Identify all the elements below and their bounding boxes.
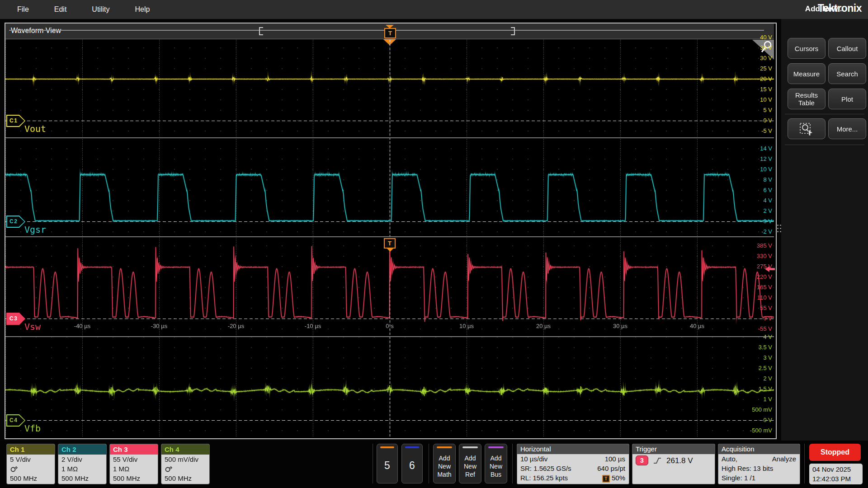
horizontal-record-length: RL: 156.25 kpts [520,473,568,483]
ch4-settings-badge[interactable]: Ch 4 500 mV/div 500 MHz [161,444,210,484]
callout-button[interactable]: Callout [828,38,866,59]
record-view-left-bracket[interactable] [259,27,263,35]
ch6-button[interactable]: 6 [401,444,423,483]
rising-edge-icon [653,457,662,464]
ch2-bandwidth: 500 MHz [58,474,106,483]
ch1-scale: 5 V/div [7,455,55,464]
ch3-impedance: 1 MΩ [110,464,158,474]
slice-divider [5,336,774,337]
search-button[interactable]: Search [828,63,866,84]
trigger-source-badge: 3 [636,455,648,465]
add-new-math-button[interactable]: Add New Math [433,444,456,483]
ref-stripe [462,446,478,448]
horizontal-panel[interactable]: Horizontal 10 µs/div 100 µs SR: 1.5625 G… [517,444,629,484]
waveform-view-title: Waveform View [11,27,61,35]
ch1-settings-badge[interactable]: Ch 1 5 V/div 500 MHz [6,444,55,484]
divider [429,444,429,483]
run-stop-indicator[interactable]: Stopped [809,444,861,461]
ch6-label: 6 [402,460,422,472]
add-new-bus-label: Add New Bus [485,454,507,479]
ch4-header: Ch 4 [161,444,209,455]
ch3-settings-badge[interactable]: Ch 3 55 V/div 1 MΩ 500 MHz [109,444,158,484]
trigger-source-flag-tail [387,249,393,252]
acquisition-mode: Auto, [722,454,737,464]
magnifier-icon [760,41,773,54]
divider [804,444,805,483]
record-view-right-bracket[interactable] [511,27,515,35]
acquisition-title: Acquisition [718,444,800,454]
ch1-coupling [7,464,55,474]
slice-divider [5,137,774,138]
ch2-impedance: 1 MΩ [58,464,106,474]
menu-edit[interactable]: Edit [54,5,67,14]
trigger-position-icon: T [602,475,610,483]
ch3-bandwidth: 500 MHz [110,474,158,483]
channel-name-c1: Vout [24,123,46,134]
trigger-panel[interactable]: Trigger 3 261.8 V [632,444,715,484]
ch6-stripe [405,446,419,448]
zoom-select-icon [799,122,814,136]
ch4-coupling [161,464,209,474]
horizontal-position: 50% [612,474,625,482]
results-table-button[interactable]: Results Table [788,89,826,109]
panel-divider [785,114,864,114]
trigger-level: 261.8 V [666,456,693,465]
trigger-title: Trigger [632,444,715,454]
ch1-bandwidth: 500 MHz [7,474,55,483]
menu-file[interactable]: File [17,5,29,14]
divider [512,444,513,483]
horizontal-title: Horizontal [517,444,629,454]
acquisition-resolution: High Res: 13 bits [722,464,773,473]
bus-stripe [488,446,504,448]
time-tick: 20 µs [523,323,564,329]
ch5-stripe [380,446,394,448]
zoom-select-button[interactable] [788,118,826,139]
trigger-position-flag[interactable]: T [384,28,396,38]
time-tick: -10 µs [292,323,333,329]
plot-button[interactable]: Plot [828,89,866,109]
time-tick: -40 µs [62,323,103,329]
measure-button[interactable]: Measure [788,63,826,84]
ch5-label: 5 [377,460,397,472]
ch5-button[interactable]: 5 [377,444,398,483]
time-tick: -20 µs [216,323,256,329]
time-tick: 40 µs [677,323,717,329]
channel-name-c3: Vsw [24,321,41,332]
horizontal-sample-interval: 640 ps/pt [597,464,625,473]
menu-utility[interactable]: Utility [92,5,109,14]
ch2-settings-badge[interactable]: Ch 2 2 V/div 1 MΩ 500 MHz [58,444,107,484]
time-tick: 0 s [369,323,410,329]
ch3-scale: 55 V/div [110,455,158,464]
trigger-source-flag-c3[interactable]: T [384,238,396,249]
ch3-header: Ch 3 [110,444,158,455]
add-new-header: Add New... [781,5,868,14]
probe-icon [165,465,173,473]
channel-name-c2: Vgsr [24,224,46,235]
datetime-display: 04 Nov 2025 12:42:03 PM [809,464,863,484]
ch1-header: Ch 1 [7,444,55,455]
oscilloscope-screen: File Edit Utility Help Tektronix Wavefor… [0,0,868,488]
menu-bar: File Edit Utility Help [0,0,868,19]
time-tick: 10 µs [446,323,487,329]
horizontal-timebase: 10 µs/div [520,454,547,464]
add-new-ref-button[interactable]: Add New Ref [459,444,481,483]
trigger-level-arrow[interactable] [765,266,775,272]
panel-divider [785,145,864,145]
more-button[interactable]: More... [828,118,866,139]
probe-icon [10,465,18,473]
add-new-bus-button[interactable]: Add New Bus [485,444,507,483]
acquisition-panel[interactable]: Acquisition Auto, Analyze High Res: 13 b… [718,444,800,484]
acquisition-analyze: Analyze [772,454,796,464]
acquisition-single: Single: 1 /1 [722,473,755,483]
ch4-scale: 500 mV/div [161,455,209,464]
settings-bar: Ch 1 5 V/div 500 MHz Ch 2 2 V/div 1 MΩ 5… [0,441,868,488]
slice-divider [5,236,774,237]
time-tick: -30 µs [139,323,179,329]
ch4-bandwidth: 500 MHz [161,474,209,483]
horizontal-sample-rate: SR: 1.5625 GS/s [520,464,571,473]
menu-help[interactable]: Help [135,5,150,14]
cursors-button[interactable]: Cursors [788,38,826,59]
ch2-scale: 2 V/div [58,455,106,464]
add-new-math-label: Add New Math [434,454,455,479]
add-new-ref-label: Add New Ref [459,454,481,479]
